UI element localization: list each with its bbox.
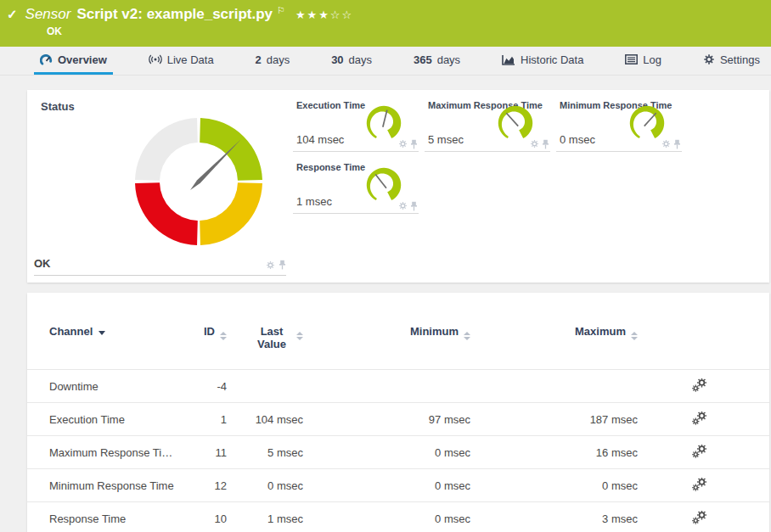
cell-actions (638, 469, 769, 502)
column-label: Channel (49, 325, 93, 338)
gauge-panel-response-time: Response Time1 msec (293, 161, 419, 214)
tab-number: 365 (414, 53, 432, 66)
cell-maximum: 3 msec (470, 502, 638, 532)
cell-minimum: 97 msec (303, 403, 470, 436)
live-data-icon (149, 54, 162, 64)
channel-settings-icon[interactable] (692, 412, 707, 425)
gear-icon[interactable] (266, 260, 275, 270)
flag-icon[interactable]: ⚐ (277, 5, 285, 16)
tab-2-days[interactable]: 2days (250, 47, 296, 75)
cell-maximum (470, 370, 638, 403)
channel-settings-icon[interactable] (692, 445, 707, 458)
tab-label: days (267, 53, 290, 66)
status-gauge-chart (131, 114, 267, 253)
table-row-minimum-response-time: Minimum Response Time120 msec0 msec0 mse… (27, 469, 769, 502)
tab-log[interactable]: Log (619, 47, 667, 75)
pin-icon[interactable] (673, 139, 681, 149)
channel-settings-icon[interactable] (692, 378, 707, 392)
cell-last-value: 5 msec (227, 436, 303, 469)
gauge-value: OK (34, 257, 51, 270)
tab-settings[interactable]: Settings (697, 47, 766, 75)
mini-gauge-grid: Execution Time104 msecMaximum Response T… (293, 90, 769, 283)
gauge-panel-minimum-response-time: Minimum Response Time0 msec (556, 99, 682, 152)
gauge-title: Execution Time (296, 100, 365, 110)
cell-actions (638, 403, 769, 436)
cell-id: 10 (180, 502, 227, 532)
historic-data-icon (502, 54, 515, 65)
cell-last-value: 1 msec (227, 502, 303, 532)
gauge-icon (40, 54, 53, 65)
pin-icon[interactable] (410, 139, 418, 149)
tab-label: Settings (720, 53, 760, 66)
gauge-panel-maximum-response-time: Maximum Response Time5 msec (425, 99, 550, 152)
column-header-id[interactable]: ID (180, 323, 227, 370)
pin-icon[interactable] (410, 201, 418, 211)
cell-channel: Maximum Response Ti… (27, 436, 180, 469)
sort-icon (464, 332, 470, 340)
table-row-execution-time: Execution Time1104 msec97 msec187 msec (27, 403, 769, 436)
sort-desc-icon (98, 331, 105, 335)
cell-actions (638, 436, 769, 469)
channel-settings-icon[interactable] (692, 511, 707, 524)
column-header-actions (638, 323, 769, 370)
column-header-channel[interactable]: Channel (27, 323, 180, 370)
column-header-maximum[interactable]: Maximum (470, 323, 638, 370)
gear-icon[interactable] (398, 201, 408, 211)
cell-id: 12 (180, 469, 227, 502)
cell-channel: Downtime (27, 370, 180, 403)
pin-icon[interactable] (542, 139, 549, 149)
column-label: Last Value (252, 325, 291, 350)
gauge-title: Response Time (296, 162, 365, 172)
tab-bar: OverviewLive Data2days30days365daysHisto… (0, 47, 771, 76)
channel-settings-icon[interactable] (692, 478, 707, 491)
table-row-downtime: Downtime-4 (27, 370, 769, 403)
cell-last-value: 104 msec (227, 403, 303, 436)
sensor-header: ✓ Sensor Script v2: example_script.py ⚐ … (0, 0, 771, 47)
table-row-response-time: Response Time101 msec0 msec3 msec (27, 502, 769, 532)
cell-id: -4 (180, 370, 227, 403)
cell-last-value: 0 msec (227, 469, 303, 502)
tab-live-data[interactable]: Live Data (143, 47, 220, 75)
status-gauge-panel: Status OK (27, 90, 293, 283)
column-header-last-value[interactable]: Last Value (227, 323, 303, 370)
cell-minimum (303, 370, 470, 403)
page-title: Script v2: example_script.py (76, 6, 273, 23)
sort-icon (631, 332, 638, 340)
channel-table: ChannelIDLast ValueMinimumMaximum Downti… (27, 323, 769, 532)
log-icon (625, 54, 638, 64)
tab-30-days[interactable]: 30days (325, 47, 378, 75)
tab-label: Live Data (167, 53, 214, 66)
tab-number: 2 (256, 53, 262, 66)
tab-label: days (437, 53, 460, 66)
cell-maximum: 187 msec (470, 403, 638, 436)
cell-actions (638, 370, 769, 403)
status-check-icon: ✓ (7, 7, 18, 22)
cell-channel: Response Time (27, 502, 180, 532)
cell-channel: Execution Time (27, 403, 180, 436)
sensor-status-badge: OK (47, 25, 763, 37)
tab-historic-data[interactable]: Historic Data (496, 47, 589, 75)
column-label: ID (204, 325, 215, 338)
cell-last-value (227, 370, 303, 403)
gear-icon[interactable] (661, 139, 671, 149)
gear-icon[interactable] (530, 139, 539, 149)
tab-label: Historic Data (521, 53, 583, 66)
settings-icon (703, 53, 715, 65)
cell-channel: Minimum Response Time (27, 469, 180, 502)
cell-minimum: 0 msec (303, 502, 470, 532)
pin-icon[interactable] (279, 260, 286, 270)
tab-label: Overview (58, 53, 107, 66)
gear-icon[interactable] (398, 139, 408, 149)
priority-stars[interactable]: ★★★☆☆ (295, 8, 353, 21)
cell-id: 11 (180, 436, 227, 469)
tab-label: days (349, 53, 372, 66)
gauge-value: 0 msec (560, 133, 595, 146)
overview-card: Status OK Execution Time104 msecMaximum … (27, 90, 769, 283)
cell-id: 1 (180, 403, 227, 436)
object-kind-label: Sensor (25, 6, 71, 23)
cell-maximum: 0 msec (470, 469, 638, 502)
column-header-minimum[interactable]: Minimum (303, 323, 470, 370)
tab-365-days[interactable]: 365days (408, 47, 466, 75)
channel-table-card: ChannelIDLast ValueMinimumMaximum Downti… (27, 293, 769, 532)
tab-overview[interactable]: Overview (34, 47, 113, 75)
